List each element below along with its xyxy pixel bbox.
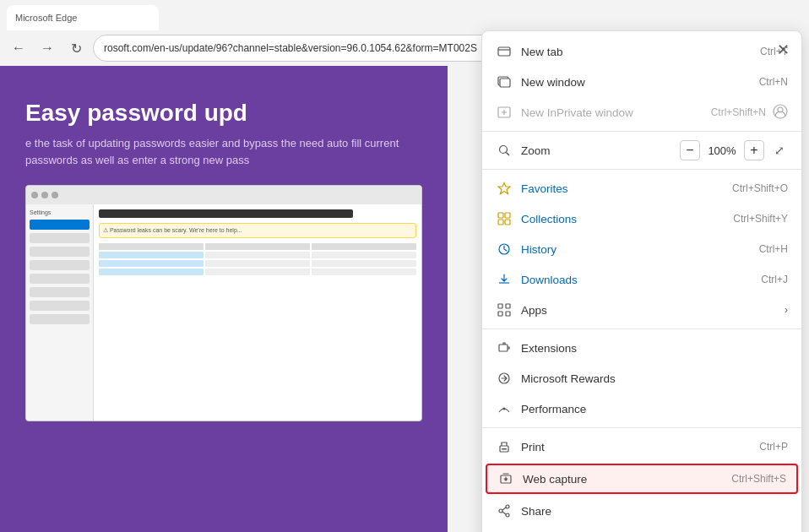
apps-icon xyxy=(496,301,513,318)
separator-4 xyxy=(482,427,801,428)
screenshot-preview: Settings ⚠ Password leaks can be scary. … xyxy=(25,185,422,421)
forward-button[interactable]: → xyxy=(35,36,59,60)
menu-item-favorites[interactable]: Favorites Ctrl+Shift+O xyxy=(482,173,801,204)
svg-point-25 xyxy=(506,505,509,508)
svg-point-27 xyxy=(499,509,502,513)
page-content: Easy password upd e the task of updating… xyxy=(0,66,448,532)
tab-bar: Microsoft Edge xyxy=(0,0,809,30)
refresh-button[interactable]: ↻ xyxy=(64,36,88,60)
zoom-expand-button[interactable]: ⤢ xyxy=(771,142,788,159)
inprivate-icon xyxy=(496,104,513,121)
address-text: rosoft.com/en-us/update/96?channel=stabl… xyxy=(104,42,477,54)
menu-item-extensions[interactable]: Extensions xyxy=(482,333,801,363)
extensions-label: Extensions xyxy=(521,342,788,355)
menu-item-share[interactable]: Share xyxy=(482,496,801,526)
capture-icon xyxy=(497,470,514,487)
mock-cell-h2 xyxy=(205,243,310,250)
zoom-in-button[interactable]: + xyxy=(744,140,764,160)
performance-icon xyxy=(496,400,513,417)
downloads-shortcut: Ctrl+J xyxy=(761,274,788,285)
collections-shortcut: Ctrl+Shift+Y xyxy=(733,213,788,225)
svg-rect-9 xyxy=(498,213,503,218)
svg-point-26 xyxy=(506,513,509,517)
new-window-label: New window xyxy=(521,76,759,89)
mock-table-row-1 xyxy=(99,252,416,258)
mock-dot-2 xyxy=(41,192,48,198)
inprivate-label: New InPrivate window xyxy=(521,106,711,119)
separator-2 xyxy=(482,169,801,170)
svg-point-6 xyxy=(500,146,508,154)
active-tab[interactable]: Microsoft Edge xyxy=(7,5,159,30)
share-label: Share xyxy=(521,505,788,518)
print-label: Print xyxy=(521,441,759,453)
favorites-shortcut: Ctrl+Shift+O xyxy=(732,182,788,194)
zoom-out-button[interactable]: − xyxy=(680,140,700,160)
back-button[interactable]: ← xyxy=(7,36,30,60)
svg-point-24 xyxy=(505,479,508,481)
separator-3 xyxy=(482,328,801,329)
print-shortcut: Ctrl+P xyxy=(759,441,788,453)
favorites-icon xyxy=(496,180,513,197)
history-shortcut: Ctrl+H xyxy=(759,243,788,255)
svg-rect-0 xyxy=(498,47,510,56)
print-icon xyxy=(496,438,513,455)
mock-settings-label: Settings xyxy=(30,209,90,215)
mock-sidebar-item-6 xyxy=(30,301,90,311)
mock-cell-r1c3 xyxy=(312,252,416,258)
mock-dot-1 xyxy=(31,192,38,198)
menu-item-collections[interactable]: Collections Ctrl+Shift+Y xyxy=(482,204,801,234)
mock-table-row-2 xyxy=(99,260,416,267)
mock-cell-r2c2 xyxy=(205,260,310,267)
menu-item-apps[interactable]: Apps › xyxy=(482,295,801,325)
svg-rect-17 xyxy=(506,312,510,316)
mock-sidebar-item-2 xyxy=(30,247,90,257)
menu-item-new-window[interactable]: New window Ctrl+N xyxy=(482,67,801,97)
svg-rect-10 xyxy=(505,213,510,218)
web-capture-shortcut: Ctrl+Shift+S xyxy=(731,473,786,485)
share-icon xyxy=(496,502,513,519)
menu-item-new-tab[interactable]: New tab Ctrl+T xyxy=(482,36,801,67)
svg-line-29 xyxy=(502,512,506,514)
menu-item-performance[interactable]: Performance xyxy=(482,394,801,424)
svg-rect-18 xyxy=(499,345,508,351)
menu-item-history[interactable]: History Ctrl+H xyxy=(482,234,801,264)
page-subtext: e the task of updating passwords easier … xyxy=(0,135,448,168)
mock-table-header xyxy=(99,243,416,250)
svg-rect-22 xyxy=(502,448,507,450)
mock-sidebar-item-1 xyxy=(30,233,90,243)
mock-sidebar-item-active xyxy=(30,220,90,230)
mock-title-bar xyxy=(99,209,353,218)
mock-dot-3 xyxy=(52,192,58,198)
menu-item-inprivate[interactable]: New InPrivate window Ctrl+Shift+N xyxy=(482,97,801,128)
downloads-label: Downloads xyxy=(521,274,761,286)
apps-arrow: › xyxy=(785,304,788,316)
menu-item-downloads[interactable]: Downloads Ctrl+J xyxy=(482,264,801,295)
mock-sidebar-item-5 xyxy=(30,287,90,297)
svg-rect-16 xyxy=(498,312,502,316)
zoom-row: Zoom − 100% + ⤢ xyxy=(482,135,801,166)
menu-item-print[interactable]: Print Ctrl+P xyxy=(482,432,801,462)
svg-rect-2 xyxy=(500,79,510,87)
menu-item-find-on-page[interactable]: Find on page Ctrl+F xyxy=(482,526,801,532)
downloads-icon xyxy=(496,271,513,288)
svg-rect-12 xyxy=(505,220,510,225)
window-icon xyxy=(496,73,513,90)
mock-content-area: Settings ⚠ Password leaks can be scary. … xyxy=(26,204,421,421)
mock-browser-chrome xyxy=(26,186,421,204)
menu-item-ms-rewards[interactable]: Microsoft Rewards xyxy=(482,363,801,394)
mock-table-row-3 xyxy=(99,269,416,275)
zoom-icon xyxy=(496,142,513,159)
new-tab-label: New tab xyxy=(521,46,760,58)
mock-cell-r1c1 xyxy=(99,252,204,258)
page-heading: Easy password upd xyxy=(0,66,448,135)
mock-cell-r3c3 xyxy=(312,269,416,275)
rewards-icon xyxy=(496,370,513,387)
mock-cell-r1c2 xyxy=(205,252,310,258)
mock-cell-r3c1 xyxy=(99,269,204,275)
svg-rect-14 xyxy=(498,304,502,308)
history-icon xyxy=(496,241,513,258)
context-menu: ✕ New tab Ctrl+T New window Ctrl+N New I… xyxy=(481,30,802,532)
menu-item-web-capture[interactable]: Web capture Ctrl+Shift+S xyxy=(486,464,798,494)
mock-cell-r2c3 xyxy=(312,260,416,267)
history-label: History xyxy=(521,243,759,256)
